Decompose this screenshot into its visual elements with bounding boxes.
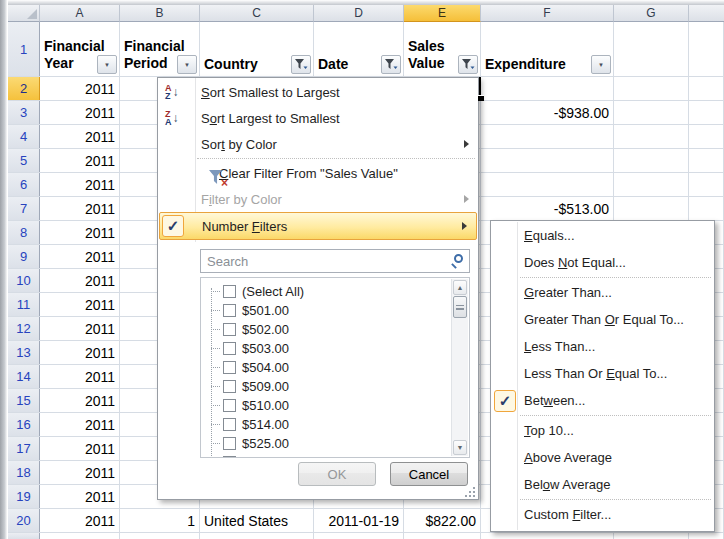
menu-item-sort-smallest-to-largest[interactable]: AZ↓ Sort Smallest to Largest bbox=[158, 79, 478, 105]
row-header[interactable]: 19 bbox=[8, 485, 40, 508]
cell[interactable] bbox=[689, 173, 724, 196]
row-header[interactable]: 10 bbox=[8, 269, 40, 292]
cell-sales-value[interactable]: $822.00 bbox=[404, 509, 481, 532]
cell[interactable] bbox=[689, 197, 724, 220]
filter-button-expenditure[interactable]: ▼ bbox=[591, 55, 611, 74]
cell-G1[interactable] bbox=[614, 22, 689, 76]
search-input[interactable] bbox=[200, 249, 470, 273]
cell[interactable]: 2011 bbox=[40, 125, 120, 148]
scroll-down-icon[interactable]: ▼ bbox=[453, 440, 467, 455]
cell[interactable] bbox=[614, 125, 689, 148]
row-header[interactable]: 12 bbox=[8, 317, 40, 340]
col-header-F[interactable]: F bbox=[481, 5, 614, 22]
menu-item-clear-filter[interactable]: × Clear Filter From "Sales Value" bbox=[158, 160, 478, 186]
select-all-corner[interactable] bbox=[8, 5, 40, 22]
col-header-G[interactable]: G bbox=[614, 5, 689, 22]
checkbox[interactable] bbox=[223, 342, 236, 355]
cell[interactable]: 2011 bbox=[40, 461, 120, 484]
checkbox[interactable] bbox=[223, 418, 236, 431]
cell[interactable]: 2011 bbox=[40, 197, 120, 220]
filter-button-date[interactable] bbox=[381, 55, 401, 74]
row-header[interactable]: 20 bbox=[8, 509, 40, 532]
filter-button-financial-period[interactable]: ▼ bbox=[177, 55, 197, 74]
list-item[interactable]: $503.00 bbox=[207, 339, 449, 358]
menu-item-number-filters[interactable]: ✓ Number Filters bbox=[159, 212, 477, 240]
cell[interactable]: 2011 bbox=[40, 389, 120, 412]
cell[interactable]: 2011 bbox=[40, 413, 120, 436]
list-item[interactable]: $502.00 bbox=[207, 320, 449, 339]
row-header[interactable]: 17 bbox=[8, 437, 40, 460]
row-header[interactable]: 5 bbox=[8, 149, 40, 172]
submenu-item-top-10[interactable]: Top 10... bbox=[491, 417, 714, 444]
list-item[interactable]: $509.00 bbox=[207, 377, 449, 396]
checkbox[interactable] bbox=[223, 456, 236, 458]
menu-item-sort-largest-to-smallest[interactable]: ZA↓ Sort Largest to Smallest bbox=[158, 105, 478, 131]
cell[interactable] bbox=[614, 197, 689, 220]
submenu-item-above-average[interactable]: Above Average bbox=[491, 444, 714, 471]
filter-button-sales-value[interactable] bbox=[458, 55, 478, 74]
cell[interactable]: 2011 bbox=[40, 77, 120, 100]
col-header-D[interactable]: D bbox=[314, 5, 404, 22]
submenu-item-between[interactable]: ✓ Between... bbox=[491, 387, 714, 414]
row-header[interactable]: 15 bbox=[8, 389, 40, 412]
scrollbar-thumb[interactable] bbox=[453, 296, 467, 318]
cell[interactable]: 2011 bbox=[40, 269, 120, 292]
list-item[interactable]: $510.00 bbox=[207, 396, 449, 415]
checkbox[interactable] bbox=[223, 380, 236, 393]
list-item-select-all[interactable]: (Select All) bbox=[207, 282, 449, 301]
row-header[interactable]: 8 bbox=[8, 221, 40, 244]
cell[interactable]: 2011 bbox=[40, 317, 120, 340]
list-scrollbar[interactable]: ▲ ▼ bbox=[451, 279, 468, 456]
cell-E1-sales-value[interactable]: SalesValue bbox=[404, 22, 481, 76]
row-header[interactable]: 3 bbox=[8, 101, 40, 124]
submenu-item-greater-than-or-equal[interactable]: Greater Than Or Equal To... bbox=[491, 306, 714, 333]
cell[interactable]: 2011 bbox=[40, 173, 120, 196]
cell[interactable]: 2011 bbox=[40, 365, 120, 388]
cell[interactable] bbox=[481, 125, 614, 148]
col-header-A[interactable]: A bbox=[40, 5, 120, 22]
list-item[interactable]: $525.00 bbox=[207, 434, 449, 453]
submenu-item-custom-filter[interactable]: Custom Filter... bbox=[491, 501, 714, 528]
row-header-2-selected[interactable]: 2 bbox=[8, 77, 40, 100]
checkbox[interactable] bbox=[223, 437, 236, 450]
cell[interactable]: 2011 bbox=[40, 485, 120, 508]
row-header[interactable]: 13 bbox=[8, 341, 40, 364]
cell[interactable]: 2011 bbox=[40, 245, 120, 268]
cell[interactable] bbox=[614, 77, 689, 100]
col-header-B[interactable]: B bbox=[120, 5, 200, 22]
resize-grip[interactable] bbox=[465, 486, 476, 497]
submenu-item-below-average[interactable]: Below Average bbox=[491, 471, 714, 498]
col-header-C[interactable]: C bbox=[200, 5, 314, 22]
list-item[interactable]: $501.00 bbox=[207, 301, 449, 320]
cell-F1-expenditure[interactable]: Expenditure ▼ bbox=[481, 22, 614, 76]
row-header[interactable]: 7 bbox=[8, 197, 40, 220]
submenu-item-equals[interactable]: Equals... bbox=[491, 222, 714, 249]
row-header[interactable]: 4 bbox=[8, 125, 40, 148]
checkbox[interactable] bbox=[223, 361, 236, 374]
row-header[interactable]: 18 bbox=[8, 461, 40, 484]
checkbox[interactable] bbox=[223, 323, 236, 336]
list-item[interactable]: $514.00 bbox=[207, 415, 449, 434]
scroll-up-icon[interactable]: ▲ bbox=[453, 280, 467, 295]
cell[interactable] bbox=[614, 149, 689, 172]
col-header-H-partial[interactable] bbox=[689, 5, 724, 22]
cell[interactable]: 2011 bbox=[40, 509, 120, 532]
cell[interactable] bbox=[481, 173, 614, 196]
cell[interactable]: 2011 bbox=[40, 221, 120, 244]
cell-expenditure[interactable]: -$938.00 bbox=[481, 101, 614, 124]
submenu-item-greater-than[interactable]: Greater Than... bbox=[491, 279, 714, 306]
cell-country[interactable]: United States bbox=[200, 509, 314, 532]
filter-button-country[interactable] bbox=[291, 55, 311, 74]
cell-A1-financial-year[interactable]: FinancialYear ▼ bbox=[40, 22, 120, 76]
cell[interactable] bbox=[689, 101, 724, 124]
cancel-button[interactable]: Cancel bbox=[390, 462, 468, 486]
row-header[interactable]: 14 bbox=[8, 365, 40, 388]
row-header[interactable] bbox=[8, 533, 40, 539]
cell[interactable] bbox=[614, 173, 689, 196]
checkbox[interactable] bbox=[223, 304, 236, 317]
cell-D1-date[interactable]: Date bbox=[314, 22, 404, 76]
submenu-item-does-not-equal[interactable]: Does Not Equal... bbox=[491, 249, 714, 276]
list-item[interactable]: $504.00 bbox=[207, 358, 449, 377]
checkbox[interactable] bbox=[223, 285, 236, 298]
cell[interactable] bbox=[481, 77, 614, 100]
